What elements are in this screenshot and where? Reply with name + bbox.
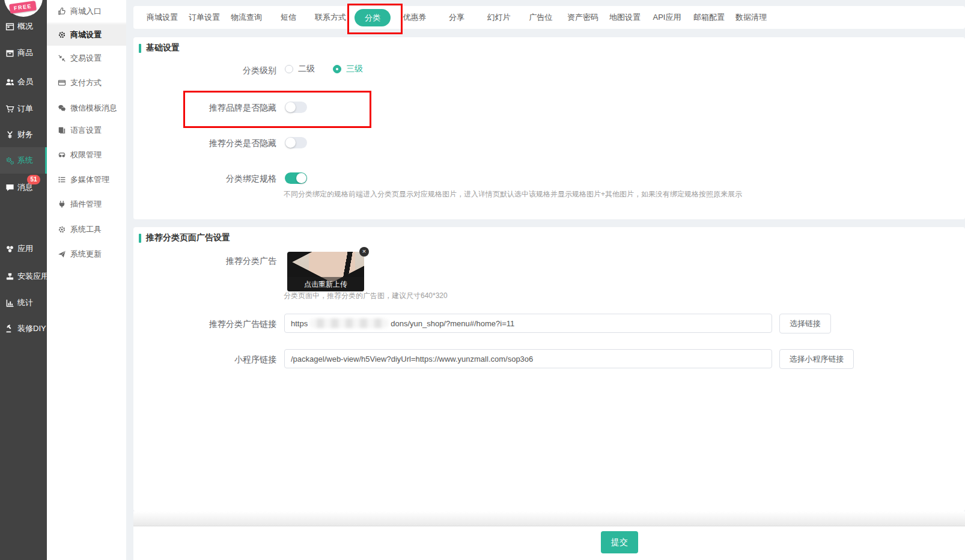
redacted-url-segment: [309, 318, 389, 328]
submenu-item-system-update[interactable]: 系统更新: [47, 242, 126, 266]
submenu-item-plugins[interactable]: 插件管理: [47, 192, 126, 216]
radio-circle-checked[interactable]: [333, 65, 341, 73]
tab-category[interactable]: 分类: [352, 9, 394, 26]
choose-miniprogram-link-button[interactable]: 选择小程序链接: [779, 349, 854, 369]
submenu-item-permissions[interactable]: 权限管理: [47, 143, 126, 167]
overview-icon: [5, 22, 14, 31]
miniprogram-link-input[interactable]: [284, 349, 772, 368]
ad-link-label: 推荐分类广告链接: [133, 319, 276, 330]
sidebar-item-statistics[interactable]: 统计: [0, 290, 47, 316]
sidebar-item-orders[interactable]: 订单: [0, 96, 47, 122]
tab-sms[interactable]: 短信: [267, 12, 309, 23]
hide-brand-toggle[interactable]: [285, 102, 307, 113]
tab-mailbox[interactable]: 邮箱配置: [688, 12, 730, 23]
radio-level-3[interactable]: 三级: [333, 64, 363, 75]
ad-section-header: 推荐分类页面广告设置: [139, 233, 230, 243]
sidebar-item-apps[interactable]: 应用: [0, 236, 47, 262]
tab-map-settings[interactable]: 地图设置: [604, 12, 646, 23]
section-title: 基础设置: [146, 43, 180, 53]
sidebar-item-install-apps[interactable]: 安装应用: [0, 263, 47, 290]
glasses-icon: [58, 151, 66, 159]
finance-yen-icon: [5, 130, 14, 139]
submenu-item-payment[interactable]: 支付方式: [47, 71, 126, 95]
tab-asset-password[interactable]: 资产密码: [562, 12, 604, 23]
goods-icon: [5, 49, 14, 58]
miniprogram-link-label: 小程序链接: [133, 355, 276, 365]
tab-contact[interactable]: 联系方式: [309, 12, 352, 23]
remove-image-icon[interactable]: ×: [359, 247, 369, 257]
sidebar-item-finance[interactable]: 财务: [0, 121, 47, 148]
category-level-radio-group: 二级 三级: [285, 64, 363, 75]
diy-gavel-icon: [5, 324, 14, 333]
sidebar-item-diy[interactable]: 装修DIY: [0, 315, 47, 342]
sidebar-item-members[interactable]: 会员: [0, 68, 47, 95]
active-tab-pill: 分类: [355, 9, 391, 26]
message-count-badge: 51: [27, 175, 40, 184]
submenu-item-mall-settings[interactable]: 商城设置: [47, 24, 126, 46]
plugin-icon: [58, 200, 66, 208]
gear-icon: [58, 31, 66, 39]
hide-category-label: 推荐分类是否隐藏: [133, 138, 276, 149]
submenu-divider: [47, 23, 126, 23]
thumb-icon: [58, 7, 66, 16]
ad-image-label: 推荐分类广告: [133, 256, 276, 267]
stats-icon: [5, 299, 14, 308]
tab-mall-settings[interactable]: 商城设置: [141, 12, 183, 23]
sidebar-item-messages[interactable]: 消息 51: [0, 174, 47, 201]
sidebar-item-overview[interactable]: 概况: [0, 13, 47, 40]
wechat-icon: [58, 104, 66, 112]
tab-ad-slot[interactable]: 广告位: [520, 12, 562, 23]
submenu-item-wechat-template[interactable]: 微信模板消息: [47, 96, 126, 120]
sidebar-item-goods[interactable]: 商品: [0, 40, 47, 66]
tab-data-cleanup[interactable]: 数据清理: [730, 12, 772, 23]
tab-slideshow[interactable]: 幻灯片: [478, 12, 520, 23]
bind-spec-toggle[interactable]: [285, 172, 307, 184]
submenu-item-system-tools[interactable]: 系统工具: [47, 218, 126, 242]
submenu-item-media[interactable]: 多媒体管理: [47, 168, 126, 192]
choose-link-button[interactable]: 选择链接: [779, 314, 831, 333]
footer-bar: [133, 526, 965, 560]
members-icon: [5, 78, 14, 87]
install-app-icon: [5, 272, 14, 281]
section-accent-bar: [139, 234, 141, 243]
tools-gear-icon: [58, 225, 66, 234]
submenu-item-trade-settings[interactable]: 交易设置: [47, 46, 126, 70]
tab-order-settings[interactable]: 订单设置: [183, 12, 225, 23]
submit-button[interactable]: 提交: [601, 531, 638, 553]
main-sidebar: FREE 概况 商品 会员 订单 财务 系统 消息 51 应用 安装应用 统计: [0, 0, 47, 560]
message-icon: [5, 183, 14, 192]
section-title: 推荐分类页面广告设置: [146, 233, 230, 243]
tab-api-app[interactable]: API应用: [646, 12, 688, 23]
ad-settings-card: 推荐分类页面广告设置 推荐分类广告 点击重新上传 × 分类页面中，推荐分类的广告…: [133, 227, 965, 511]
trade-arrows-icon: [58, 54, 66, 62]
system-gears-icon: [5, 156, 14, 165]
hide-category-toggle[interactable]: [285, 137, 307, 148]
category-level-label: 分类级别: [133, 65, 276, 76]
settings-submenu: 商城入口 商城设置 交易设置 支付方式 微信模板消息 语言设置 权限管理 多媒体…: [47, 0, 126, 560]
ad-link-value-prefix: https: [291, 319, 308, 328]
ad-image-help-text: 分类页面中，推荐分类的广告图，建议尺寸640*320: [284, 291, 448, 301]
tab-share[interactable]: 分享: [436, 12, 478, 23]
orders-cart-icon: [5, 105, 14, 114]
submenu-item-mall-entrance[interactable]: 商城入口: [47, 0, 126, 23]
submenu-item-language[interactable]: 语言设置: [47, 118, 126, 142]
bind-spec-help-text: 不同分类绑定的规格前端进入分类页显示对应规格图片，进入详情页默认选中该规格并显示…: [284, 189, 742, 199]
ad-image-uploader[interactable]: 点击重新上传 ×: [287, 252, 364, 291]
ad-link-value-suffix: dons/yun_shop/?menu#/home?i=11: [391, 319, 514, 328]
language-icon: [58, 126, 66, 135]
list-icon: [58, 175, 66, 184]
basic-section-header: 基础设置: [139, 43, 180, 53]
settings-tab-bar: 商城设置 订单设置 物流查询 短信 联系方式 分类 优惠券 分享 幻灯片 广告位…: [133, 6, 965, 29]
content-bottom-shadow: [133, 511, 965, 526]
ad-link-input[interactable]: https dons/yun_shop/?menu#/home?i=11: [284, 314, 772, 333]
section-accent-bar: [139, 44, 141, 53]
radio-circle-unchecked[interactable]: [285, 65, 293, 73]
radio-level-2[interactable]: 二级: [285, 64, 315, 75]
hide-brand-label: 推荐品牌是否隐藏: [133, 103, 276, 114]
credit-card-icon: [58, 79, 66, 87]
reupload-overlay[interactable]: 点击重新上传: [287, 277, 364, 291]
tab-logistics[interactable]: 物流查询: [225, 12, 267, 23]
apps-icon: [5, 245, 14, 254]
tab-coupon[interactable]: 优惠券: [394, 12, 436, 23]
sidebar-item-system[interactable]: 系统: [0, 147, 47, 174]
